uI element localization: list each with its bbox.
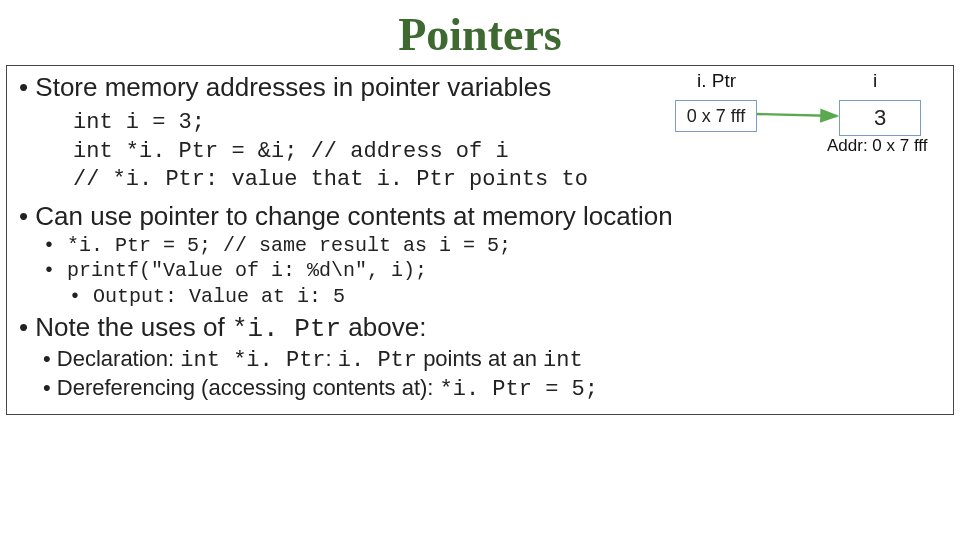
bullet-output-text: • Output: Value at i: 5: [69, 285, 345, 308]
bullet-note-prefix: • Note the uses of: [19, 312, 232, 342]
decl-mid2: points at an: [417, 346, 543, 371]
bullet-canuse: • Can use pointer to change contents at …: [19, 201, 947, 232]
deref-prefix: • Dereferencing (accessing contents at):: [43, 375, 440, 400]
bullet-note: • Note the uses of *i. Ptr above:: [19, 312, 947, 344]
decl-code2: i. Ptr: [338, 348, 417, 373]
decl-mid1: :: [326, 346, 338, 371]
bullet-assign: • *i. Ptr = 5; // same result as i = 5;: [43, 234, 947, 257]
bullet-printf: • printf("Value of i: %d\n", i);: [43, 259, 947, 282]
slide: Pointers i. Ptr i 0 x 7 fff 3 Addr: 0 x …: [0, 8, 960, 540]
pointer-diagram: i. Ptr i 0 x 7 fff 3 Addr: 0 x 7 fff: [667, 70, 933, 190]
bullet-note-suffix: above:: [341, 312, 426, 342]
svg-line-0: [757, 114, 837, 116]
bullet-deref: • Dereferencing (accessing contents at):…: [43, 375, 947, 402]
bullet-declaration: • Declaration: int *i. Ptr: i. Ptr point…: [43, 346, 947, 373]
decl-code1: int *i. Ptr: [180, 348, 325, 373]
deref-code: *i. Ptr = 5;: [440, 377, 598, 402]
decl-prefix: • Declaration:: [43, 346, 180, 371]
decl-code3: int: [543, 348, 583, 373]
bullet-note-code: *i. Ptr: [232, 314, 341, 344]
pointer-arrow: [667, 70, 933, 190]
i-addr-label: Addr: 0 x 7 fff: [827, 136, 928, 156]
slide-title: Pointers: [0, 8, 960, 61]
bullet-output: • Output: Value at i: 5: [69, 284, 947, 308]
content-frame: i. Ptr i 0 x 7 fff 3 Addr: 0 x 7 fff • S…: [6, 65, 954, 415]
